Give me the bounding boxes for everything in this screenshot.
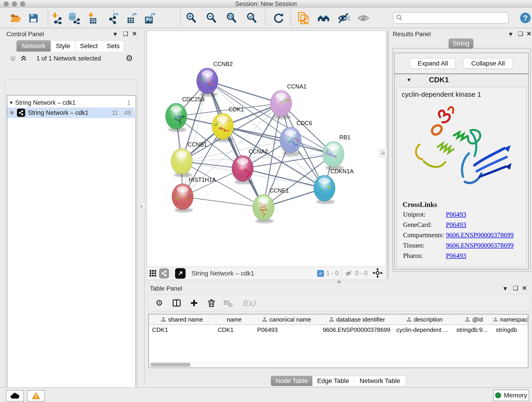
- search-field[interactable]: [393, 12, 509, 24]
- crosslink-value-link[interactable]: P06493: [446, 221, 466, 229]
- network-node-CCNA1[interactable]: CCNA1: [270, 83, 307, 119]
- results-tab-string[interactable]: String: [449, 38, 473, 49]
- save-session-button[interactable]: [27, 12, 40, 25]
- tab-network[interactable]: Network: [17, 40, 51, 51]
- table-options-gear-icon[interactable]: ⚙: [153, 297, 166, 309]
- tab-select[interactable]: Select: [75, 40, 103, 51]
- show-all-button[interactable]: [357, 12, 370, 25]
- zoom-out-button[interactable]: [205, 12, 218, 25]
- hide-selected-button[interactable]: [337, 12, 350, 25]
- control-panel-collapse-icon[interactable]: ▼: [112, 31, 118, 38]
- crosslink-value-link[interactable]: 9606.ENSP00000378699: [446, 242, 514, 249]
- tab-sets[interactable]: Sets: [102, 40, 124, 51]
- network-row-selected[interactable]: String Network – cdk1 11 48: [7, 108, 135, 118]
- network-node-CCNB1[interactable]: CCNB1: [171, 141, 207, 177]
- memory-button[interactable]: Memory: [493, 390, 529, 401]
- hierarchy-icon: [406, 317, 412, 322]
- column-header-name[interactable]: name: [215, 314, 254, 325]
- tab-network-table[interactable]: Network Table: [354, 376, 406, 386]
- cloud-button[interactable]: [6, 390, 24, 402]
- network-graph[interactable]: CCNB2CCNA1CDC25BCDK1CDC6RB1CCNB1CCNA2CDK…: [147, 31, 386, 267]
- column-header-database-identifier[interactable]: database identifier: [320, 314, 394, 325]
- tree-expand-icon[interactable]: ▼: [7, 100, 15, 105]
- table-cell[interactable]: CDK1: [215, 325, 254, 335]
- network-collection-row[interactable]: ▼ String Network – cdk1 1: [7, 97, 135, 108]
- network-canvas[interactable]: CCNB2CCNA1CDC25BCDK1CDC6RB1CCNB1CCNA2CDK…: [147, 31, 386, 267]
- section-collapse-icon[interactable]: ▼: [406, 77, 412, 83]
- warnings-button[interactable]: [27, 390, 45, 402]
- vertical-splitter-right[interactable]: [388, 31, 388, 279]
- add-column-icon[interactable]: [188, 297, 201, 309]
- tab-edge-table[interactable]: Edge Table: [312, 376, 354, 386]
- network-options-gear-icon[interactable]: ⚙: [126, 54, 133, 62]
- tab-node-table[interactable]: Node Table: [271, 376, 312, 386]
- network-node-CDC6[interactable]: CDC6: [280, 120, 312, 156]
- help-button[interactable]: ?: [520, 13, 531, 23]
- table-cell[interactable]: P06493: [254, 325, 319, 335]
- column-header-canonical-name[interactable]: canonical name: [254, 314, 320, 325]
- results-panel-close-icon[interactable]: ✕: [526, 30, 532, 37]
- crosslink-value-link[interactable]: P06493: [446, 211, 466, 218]
- table-cell[interactable]: stringdb: [493, 325, 528, 335]
- apply-layout-button[interactable]: [272, 12, 285, 25]
- table-cell[interactable]: CDK1: [149, 325, 215, 335]
- network-edge-HIST1H1A-CCNE1[interactable]: [183, 197, 264, 207]
- collapse-all-networks-icon[interactable]: [20, 55, 27, 63]
- network-node-RB1[interactable]: RB1: [323, 134, 351, 170]
- splitter-handle-left[interactable]: [138, 203, 145, 210]
- export-table-button[interactable]: [126, 12, 138, 25]
- column-header-shared-name[interactable]: shared name: [149, 314, 215, 325]
- table-cell[interactable]: 9606.ENSP00000378699: [320, 325, 393, 335]
- hierarchy-icon: [161, 317, 166, 322]
- crosslink-value-link[interactable]: P06493: [446, 252, 466, 259]
- table-panel-close-icon[interactable]: ✕: [522, 285, 527, 292]
- import-network-from-database-button[interactable]: [68, 12, 80, 25]
- scrollbar-thumb[interactable]: [150, 363, 191, 367]
- results-panel-float-icon[interactable]: ❑: [518, 30, 523, 37]
- table-panel-float-icon[interactable]: ❑: [513, 285, 518, 292]
- network-node-CCNE1[interactable]: CCNE1: [253, 187, 289, 223]
- import-network-from-file-button[interactable]: [50, 12, 63, 25]
- expand-all-button[interactable]: Expand All: [410, 58, 456, 69]
- table-row[interactable]: CDK1CDK1P064939606.ENSP00000378699cyclin…: [149, 325, 528, 335]
- crosslink-value-link[interactable]: 9606.ENSP00000378699: [446, 231, 514, 239]
- grid-view-icon[interactable]: [147, 268, 159, 279]
- open-in-window-icon[interactable]: [175, 268, 186, 279]
- copy-network-button[interactable]: [297, 12, 310, 25]
- network-edge-CCNB2-CCNE1[interactable]: [207, 81, 264, 207]
- network-edge-CCNB2-CCNA1[interactable]: [207, 81, 281, 103]
- tab-style[interactable]: Style: [51, 40, 75, 51]
- network-node-HIST1H1A[interactable]: HIST1H1A: [172, 177, 216, 212]
- import-table-from-file-button[interactable]: [86, 12, 99, 25]
- control-panel-close-icon[interactable]: ✕: [132, 30, 137, 37]
- horizontal-scrollbar[interactable]: [149, 362, 527, 368]
- network-node-CDKN1A[interactable]: CDKN1A: [312, 168, 354, 204]
- splitter-handle-right[interactable]: [379, 148, 387, 157]
- show-columns-icon[interactable]: [170, 297, 183, 309]
- export-image-button[interactable]: [143, 12, 156, 25]
- table-cell[interactable]: stringdb:9...: [453, 325, 493, 335]
- zoom-fit-button[interactable]: [225, 12, 238, 25]
- search-input[interactable]: [405, 13, 508, 23]
- network-node-CDC25B[interactable]: CDC25B: [165, 96, 205, 132]
- zoom-selected-button[interactable]: [245, 12, 258, 25]
- delete-column-icon[interactable]: [205, 297, 218, 309]
- share-view-icon[interactable]: [159, 268, 169, 279]
- horizontal-splitter[interactable]: [147, 280, 532, 283]
- zoom-in-button[interactable]: [185, 12, 197, 25]
- column-header-namespac[interactable]: namespac: [493, 314, 528, 325]
- column-header-description[interactable]: description: [394, 314, 455, 325]
- birds-eye-toggle-icon[interactable]: [373, 268, 383, 279]
- column-header--id[interactable]: @id: [455, 314, 493, 325]
- results-panel-collapse-icon[interactable]: ▼: [508, 31, 514, 38]
- network-node-CCNB2[interactable]: CCNB2: [196, 61, 233, 97]
- home-button[interactable]: [317, 12, 330, 25]
- control-panel-float-icon[interactable]: ❑: [123, 30, 128, 37]
- selected-checkbox-icon[interactable]: [317, 270, 324, 277]
- table-cell[interactable]: cyclin-dependent ...: [393, 325, 453, 335]
- open-session-button[interactable]: [9, 12, 22, 25]
- collapse-all-button[interactable]: Collapse All: [463, 58, 513, 69]
- table-panel-collapse-icon[interactable]: ▼: [502, 285, 508, 292]
- expand-all-networks-icon[interactable]: [9, 55, 17, 63]
- export-network-button[interactable]: [108, 12, 120, 25]
